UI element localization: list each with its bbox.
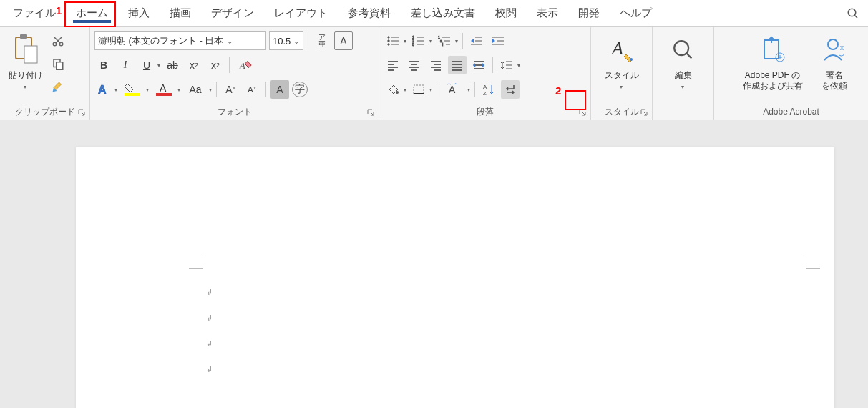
svg-text:A: A — [610, 38, 623, 59]
styles-label: スタイル — [605, 70, 639, 80]
svg-text:A: A — [160, 82, 167, 94]
paragraph-mark: ↲ — [206, 365, 213, 374]
chevron-down-icon: ▾ — [177, 87, 180, 93]
font-size-value: 10.5 — [273, 36, 291, 47]
chevron-down-icon: ▾ — [114, 87, 117, 93]
clipboard-group-label: クリップボード — [15, 106, 75, 118]
chevron-down-icon: ▾ — [429, 38, 432, 44]
brush-icon — [52, 80, 64, 93]
line-spacing-button[interactable] — [497, 56, 516, 74]
text-effects-icon: A — [97, 83, 111, 96]
align-left-button[interactable] — [384, 56, 402, 74]
chevron-down-icon: ▾ — [404, 38, 406, 44]
decrease-indent-button[interactable] — [467, 31, 486, 50]
svg-text:A: A — [483, 84, 487, 90]
request-signature-button[interactable]: x 署名 を依頼 — [816, 30, 853, 94]
create-pdf-button[interactable]: Adobe PDF の 作成および共有 — [730, 30, 816, 94]
align-center-button[interactable] — [405, 56, 424, 74]
clear-formatting-button[interactable]: A — [234, 56, 258, 74]
separator — [229, 57, 230, 73]
document-area: ↲ ↲ ↲ ↲ — [0, 120, 868, 408]
tab-mailings[interactable]: 差し込み文書 — [401, 1, 485, 26]
sort-icon: AZ — [482, 83, 495, 96]
separator — [462, 33, 463, 49]
styles-dialog-launcher[interactable] — [639, 107, 649, 117]
underline-button[interactable]: U — [137, 56, 156, 74]
align-right-icon — [429, 59, 442, 71]
separator — [308, 33, 308, 49]
copy-icon — [52, 57, 64, 70]
distribute-button[interactable] — [469, 56, 488, 74]
tab-draw[interactable]: 描画 — [160, 1, 201, 26]
group-acrobat: Adobe PDF の 作成および共有 x 署名 を依頼 Adobe Acrob… — [714, 27, 868, 120]
subscript-button[interactable]: x2 — [185, 56, 203, 74]
shrink-font-button[interactable]: A˅ — [243, 80, 261, 99]
svg-text:3: 3 — [412, 42, 414, 47]
font-name-combo[interactable]: 游明朝 (本文のフォント - 日本 ⌄ — [94, 31, 266, 50]
search-icon — [847, 7, 859, 20]
svg-point-20 — [388, 44, 389, 45]
font-size-combo[interactable]: 10.5 ⌄ — [269, 31, 303, 50]
tab-view[interactable]: 表示 — [527, 1, 568, 26]
shading-button[interactable] — [384, 80, 402, 99]
chevron-down-icon: ▾ — [24, 84, 26, 90]
svg-point-16 — [388, 37, 389, 38]
bullets-button[interactable] — [384, 31, 402, 50]
increase-indent-button[interactable] — [489, 31, 507, 50]
multilevel-icon: 1ai — [438, 35, 451, 47]
chevron-down-icon: ▾ — [681, 84, 684, 90]
multilevel-list-button[interactable]: 1ai — [435, 31, 454, 50]
tab-help[interactable]: ヘルプ — [610, 1, 662, 26]
format-painter-button[interactable] — [49, 77, 67, 96]
phonetic-guide-button[interactable]: ア亜 — [313, 31, 331, 50]
font-dialog-launcher[interactable] — [366, 107, 376, 117]
sort-button[interactable]: AZ — [479, 80, 498, 99]
italic-button[interactable]: I — [116, 56, 135, 74]
svg-point-62 — [396, 91, 399, 94]
asian-layout-button[interactable]: A — [442, 80, 466, 99]
tab-developer[interactable]: 開発 — [568, 1, 610, 26]
tab-references[interactable]: 参考資料 — [338, 1, 401, 26]
justify-button[interactable] — [448, 56, 467, 74]
highlight-button[interactable] — [120, 80, 145, 99]
search-button[interactable] — [837, 1, 868, 26]
paste-button[interactable]: 貼り付け▾ — [4, 30, 47, 94]
clipboard-dialog-launcher[interactable] — [77, 107, 87, 117]
pdf-share-icon — [759, 36, 787, 64]
copy-button[interactable] — [49, 54, 67, 73]
paragraph-group-label: 段落 — [477, 106, 494, 118]
bold-button[interactable]: B — [94, 56, 113, 74]
paste-label: 貼り付け — [9, 70, 43, 80]
font-color-button[interactable]: A — [152, 80, 176, 99]
enclose-characters-button[interactable]: 字 — [292, 82, 308, 97]
group-editing: 編集▾ — [653, 27, 714, 120]
tab-design[interactable]: デザイン — [201, 1, 264, 26]
tab-review[interactable]: 校閲 — [485, 1, 527, 26]
align-right-button[interactable] — [426, 56, 445, 74]
change-case-button[interactable]: Aa — [183, 80, 208, 99]
styles-button[interactable]: A スタイル▾ — [600, 30, 643, 94]
strikethrough-button[interactable]: ab — [163, 56, 182, 74]
tab-insert[interactable]: 挿入 — [118, 1, 160, 26]
group-paragraph: ▾ 123 ▾ 1ai ▾ — [379, 27, 591, 120]
character-border-button[interactable]: A — [334, 31, 353, 50]
group-clipboard: 貼り付け▾ クリップボード — [0, 27, 90, 120]
chevron-down-icon: ⌄ — [293, 37, 299, 45]
chevron-down-icon: ▾ — [467, 87, 470, 93]
numbering-button[interactable]: 123 — [409, 31, 428, 50]
pdf-label: Adobe PDF の 作成および共有 — [743, 70, 803, 92]
page[interactable]: ↲ ↲ ↲ ↲ — [76, 147, 834, 408]
text-effects-button[interactable]: A — [94, 80, 113, 99]
superscript-button[interactable]: x2 — [206, 56, 225, 74]
separator — [265, 82, 266, 97]
launcher-icon — [367, 109, 374, 116]
svg-point-69 — [630, 58, 633, 61]
borders-button[interactable] — [409, 80, 428, 99]
grow-font-button[interactable]: A˄ — [221, 80, 240, 99]
tab-layout[interactable]: レイアウト — [264, 1, 338, 26]
editing-button[interactable]: 編集▾ — [666, 30, 701, 94]
styles-icon: A — [609, 36, 635, 64]
show-marks-button[interactable] — [501, 80, 520, 99]
character-shading-button[interactable]: A — [270, 80, 289, 99]
cut-button[interactable] — [49, 31, 67, 50]
